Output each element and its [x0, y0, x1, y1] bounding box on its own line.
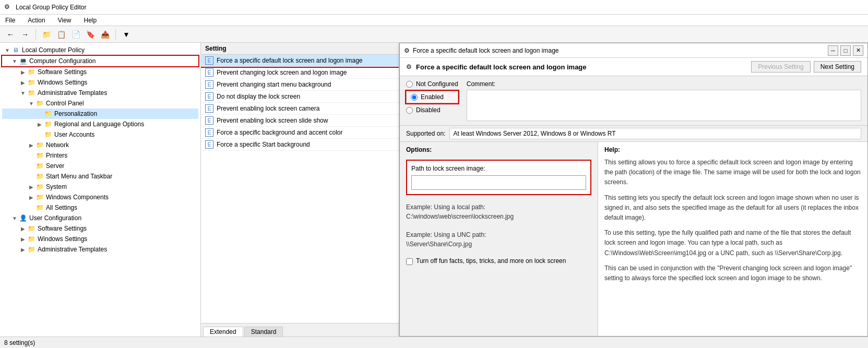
expand-computer-config[interactable]: ▼ [10, 58, 19, 64]
menu-action[interactable]: Action [25, 16, 48, 25]
expand-system[interactable]: ▶ [27, 184, 35, 190]
tree-label-computer-config: Computer Configuration [29, 57, 96, 65]
tree-item-user-config[interactable]: ▼ 👤 User Configuration [2, 213, 198, 223]
prev-setting-button[interactable]: Previous Setting [751, 61, 810, 73]
tree-item-system[interactable]: ▶ 📁 System [2, 182, 198, 192]
radio-not-configured-input[interactable] [406, 81, 413, 88]
setting-icon-8: E [205, 140, 213, 149]
middle-panel: Setting E Force a specific default lock … [201, 43, 399, 337]
setting-item-5[interactable]: E Prevent enabling lock screen camera [201, 103, 399, 115]
tree-label-start-menu: Start Menu and Taskbar [46, 173, 112, 180]
tree-item-personalization[interactable]: 📁 Personalization [2, 109, 198, 119]
expand-personalization[interactable] [35, 111, 44, 117]
tab-extended[interactable]: Extended [203, 327, 243, 337]
fun-facts-checkbox-label[interactable]: Turn off fun facts, tips, tricks, and mo… [406, 257, 591, 265]
setting-item-4[interactable]: E Do not display the lock screen [201, 91, 399, 103]
folder-icon-windows: 📁 [27, 78, 35, 87]
tree-label-windows-components: Windows Components [46, 194, 109, 201]
tree-item-network[interactable]: ▶ 📁 Network [2, 140, 198, 150]
folder-icon-network: 📁 [35, 141, 44, 149]
setting-icon-5: E [205, 104, 213, 113]
fun-facts-label: Turn off fun facts, tips, tricks, and mo… [416, 257, 566, 265]
expand-control[interactable]: ▼ [27, 101, 35, 106]
back-button[interactable]: ← [4, 28, 17, 41]
fun-facts-checkbox[interactable] [406, 258, 413, 265]
expand-windows-components[interactable]: ▶ [27, 195, 35, 200]
setting-item-8[interactable]: E Force a specific Start background [201, 139, 399, 151]
expand-server[interactable] [27, 163, 35, 169]
expand-windows[interactable]: ▶ [19, 80, 27, 86]
tree-item-regional[interactable]: ▶ 📁 Regional and Language Options [2, 119, 198, 129]
expand-user-accounts[interactable] [35, 132, 44, 138]
expand-user-admin[interactable]: ▶ [19, 247, 27, 253]
expand-user-config[interactable]: ▼ [10, 215, 19, 221]
folder-button[interactable]: 📁 [40, 28, 53, 41]
setting-label-2: Prevent changing lock screen and logon i… [217, 69, 347, 76]
tree-label-regional: Regional and Language Options [54, 121, 144, 128]
dialog-header-title: Force a specific default lock screen and… [416, 63, 587, 71]
expand-software[interactable]: ▶ [19, 69, 27, 75]
tree-item-user-windows[interactable]: ▶ 📁 Windows Settings [2, 234, 198, 244]
expand-user-windows[interactable]: ▶ [19, 236, 27, 242]
menu-view[interactable]: View [55, 16, 75, 25]
dialog-top-row: Not Configured Enabled Disabled Comment: [400, 76, 867, 126]
menu-file[interactable]: File [2, 16, 18, 25]
tree-item-start-menu[interactable]: 📁 Start Menu and Taskbar [2, 171, 198, 182]
menu-bar: File Action View Help [0, 15, 868, 26]
expand-regional[interactable]: ▶ [35, 122, 44, 127]
radio-enabled-input[interactable] [411, 94, 418, 101]
setting-item-7[interactable]: E Force a specific background and accent… [201, 127, 399, 139]
radio-disabled[interactable]: Disabled [406, 106, 458, 114]
setting-label-4: Do not display the lock screen [217, 93, 300, 100]
help-icon-button[interactable]: 🔖 [84, 28, 97, 41]
example-unc-value: \\Server\Share\Corp.jpg [406, 239, 591, 249]
expand-network[interactable]: ▶ [27, 142, 35, 148]
root-icon: 🖥 [11, 46, 20, 54]
filter-button[interactable]: ▼ [120, 28, 133, 41]
tree-item-computer-config[interactable]: ▼ 💻 Computer Configuration [2, 56, 198, 66]
tree-item-user-admin[interactable]: ▶ 📁 Administrative Templates [2, 244, 198, 255]
radio-enabled[interactable]: Enabled [406, 91, 458, 103]
path-input[interactable] [411, 175, 586, 190]
dialog-header-icon: ⚙ [406, 63, 412, 70]
menu-help[interactable]: Help [81, 16, 100, 25]
expand-all-settings[interactable] [27, 205, 35, 211]
folder-icon-printers: 📁 [35, 151, 44, 160]
tree-item-windows-settings[interactable]: ▶ 📁 Windows Settings [2, 77, 198, 88]
setting-item-3[interactable]: E Prevent changing start menu background [201, 79, 399, 91]
dialog-minimize-button[interactable]: ─ [828, 45, 838, 56]
tree-item-all-settings[interactable]: 📁 All Settings [2, 202, 198, 213]
path-label: Path to lock screen image: [411, 165, 586, 172]
tree-item-printers[interactable]: 📁 Printers [2, 150, 198, 161]
expand-printers[interactable] [27, 153, 35, 159]
tree-item-user-software[interactable]: ▶ 📁 Software Settings [2, 223, 198, 234]
comment-textarea[interactable] [467, 90, 861, 121]
properties-button[interactable]: 📄 [69, 28, 82, 41]
expand-root[interactable]: ▼ [3, 47, 11, 53]
tree-item-control-panel[interactable]: ▼ 📁 Control Panel [2, 98, 198, 109]
dialog-maximize-button[interactable]: □ [840, 45, 851, 56]
tab-standard[interactable]: Standard [244, 327, 283, 337]
tree-item-root[interactable]: ▼ 🖥 Local Computer Policy [2, 45, 198, 55]
next-setting-button[interactable]: Next Setting [814, 61, 861, 73]
tree-item-windows-components[interactable]: ▶ 📁 Windows Components [2, 192, 198, 202]
setting-item-1[interactable]: E Force a specific default lock screen a… [201, 55, 399, 67]
radio-not-configured[interactable]: Not Configured [406, 80, 458, 88]
list-button[interactable]: 📋 [55, 28, 67, 41]
toolbar-separator-2 [115, 29, 116, 40]
export-button[interactable]: 📤 [99, 28, 111, 41]
forward-button[interactable]: → [19, 28, 31, 41]
tree-item-user-accounts[interactable]: 📁 User Accounts [2, 129, 198, 140]
expand-admin[interactable]: ▼ [19, 90, 27, 96]
tree-item-server[interactable]: 📁 Server [2, 161, 198, 171]
expand-start-menu[interactable] [27, 174, 35, 179]
dialog-close-button[interactable]: ✕ [853, 45, 863, 56]
dialog-nav-buttons: Previous Setting Next Setting [751, 61, 861, 73]
expand-user-software[interactable]: ▶ [19, 226, 27, 232]
tree-item-admin-templates[interactable]: ▼ 📁 Administrative Templates [2, 88, 198, 98]
radio-disabled-input[interactable] [406, 107, 413, 114]
tree-item-software-settings[interactable]: ▶ 📁 Software Settings [2, 67, 198, 77]
tree-label-user-config: User Configuration [29, 214, 81, 222]
setting-item-2[interactable]: E Prevent changing lock screen and logon… [201, 67, 399, 79]
setting-item-6[interactable]: E Prevent enabling lock screen slide sho… [201, 115, 399, 127]
